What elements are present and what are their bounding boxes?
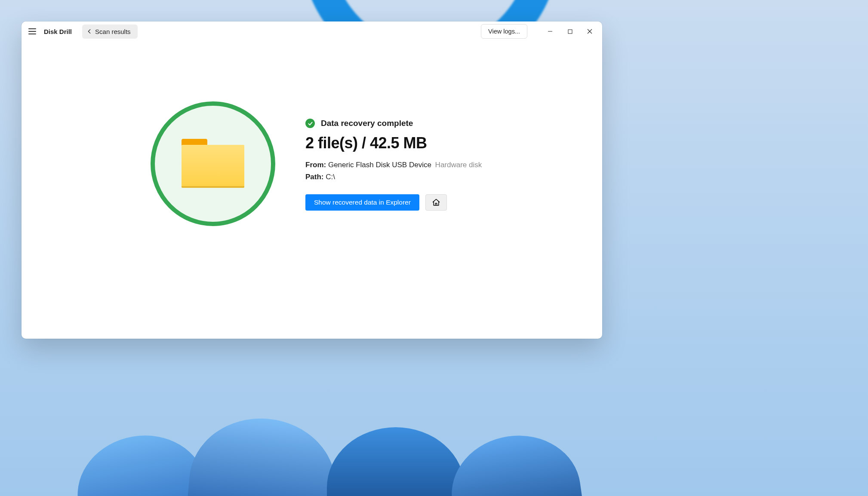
close-icon bbox=[587, 29, 592, 34]
status-text: Data recovery complete bbox=[321, 119, 413, 128]
show-in-explorer-button[interactable]: Show recovered data in Explorer bbox=[305, 194, 419, 211]
back-label: Scan results bbox=[95, 28, 131, 35]
path-value: C:\ bbox=[326, 173, 335, 181]
app-title: Disk Drill bbox=[44, 28, 72, 35]
menu-button[interactable] bbox=[28, 27, 37, 36]
app-window: Disk Drill Scan results View logs... bbox=[22, 21, 602, 339]
from-value: Generic Flash Disk USB Device bbox=[328, 161, 431, 169]
recovery-complete-content: Data recovery complete 2 file(s) / 42.5 … bbox=[22, 41, 602, 339]
back-scan-results-button[interactable]: Scan results bbox=[82, 24, 138, 39]
folder-icon bbox=[182, 139, 244, 189]
result-panel: Data recovery complete 2 file(s) / 42.5 … bbox=[305, 101, 482, 211]
view-logs-button[interactable]: View logs... bbox=[481, 24, 527, 39]
recovery-summary: 2 file(s) / 42.5 MB bbox=[305, 134, 482, 152]
from-label: From: bbox=[305, 161, 326, 169]
from-type: Hardware disk bbox=[435, 161, 482, 169]
titlebar: Disk Drill Scan results View logs... bbox=[22, 21, 602, 41]
home-icon bbox=[432, 198, 440, 207]
check-icon bbox=[305, 119, 315, 128]
svg-rect-1 bbox=[568, 30, 572, 34]
path-label: Path: bbox=[305, 173, 324, 181]
success-circle bbox=[151, 101, 275, 226]
minimize-button[interactable] bbox=[540, 23, 560, 40]
maximize-button[interactable] bbox=[560, 23, 580, 40]
minimize-icon bbox=[548, 29, 553, 34]
desktop-petal bbox=[444, 427, 588, 496]
path-row: Path: C:\ bbox=[305, 173, 482, 181]
window-controls bbox=[540, 23, 600, 40]
close-button[interactable] bbox=[580, 23, 600, 40]
from-row: From: Generic Flash Disk USB Device Hard… bbox=[305, 161, 482, 169]
desktop-petal bbox=[327, 427, 465, 496]
chevron-left-icon bbox=[86, 28, 92, 34]
desktop-petal bbox=[184, 413, 341, 496]
maximize-icon bbox=[568, 29, 573, 34]
home-button[interactable] bbox=[425, 194, 447, 211]
